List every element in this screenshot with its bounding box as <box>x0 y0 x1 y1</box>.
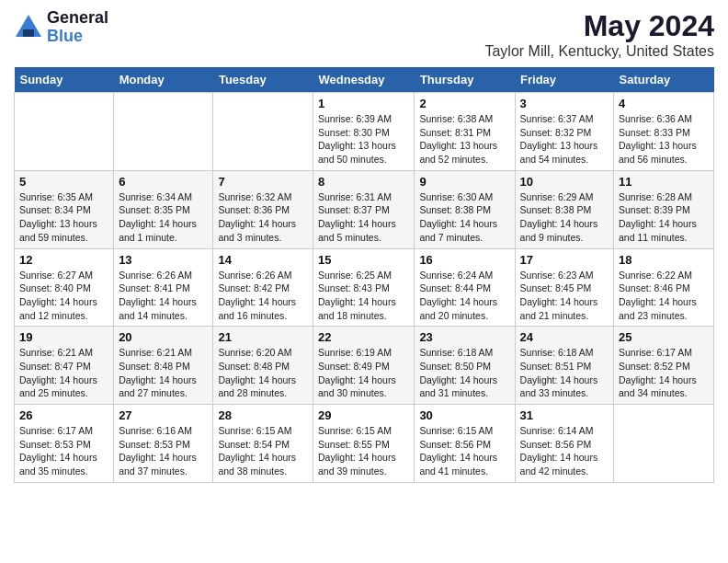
day-number: 26 <box>19 408 108 422</box>
day-info: Sunrise: 6:15 AMSunset: 8:54 PMDaylight:… <box>218 424 308 478</box>
calendar-cell-w3-d2: 13Sunrise: 6:26 AMSunset: 8:41 PMDayligh… <box>114 248 213 327</box>
day-info: Sunrise: 6:29 AMSunset: 8:38 PMDaylight:… <box>520 190 609 245</box>
day-info: Sunrise: 6:23 AMSunset: 8:45 PMDaylight:… <box>520 269 609 323</box>
calendar-cell-w2-d4: 8Sunrise: 6:31 AMSunset: 8:37 PMDaylight… <box>313 170 415 248</box>
day-number: 30 <box>419 408 509 422</box>
calendar-cell-w4-d6: 24Sunrise: 6:18 AMSunset: 8:51 PMDayligh… <box>515 327 613 405</box>
day-number: 23 <box>419 330 509 344</box>
day-info: Sunrise: 6:30 AMSunset: 8:38 PMDaylight:… <box>419 190 509 245</box>
day-number: 18 <box>619 253 709 267</box>
day-info: Sunrise: 6:39 AMSunset: 8:30 PMDaylight:… <box>318 112 409 167</box>
title-block: May 2024 Taylor Mill, Kentucky, United S… <box>484 9 714 60</box>
day-number: 7 <box>218 175 308 189</box>
day-number: 4 <box>619 97 709 110</box>
day-number: 22 <box>318 330 409 344</box>
day-number: 31 <box>520 408 609 422</box>
day-info: Sunrise: 6:26 AMSunset: 8:42 PMDaylight:… <box>218 269 308 323</box>
day-info: Sunrise: 6:35 AMSunset: 8:34 PMDaylight:… <box>19 190 108 245</box>
week-row-5: 26Sunrise: 6:17 AMSunset: 8:53 PMDayligh… <box>15 405 714 483</box>
day-number: 24 <box>520 330 609 344</box>
day-number: 16 <box>419 253 509 267</box>
col-tuesday: Tuesday <box>213 67 313 93</box>
logo: General Blue <box>14 9 108 46</box>
day-number: 6 <box>119 175 208 189</box>
main-title: May 2024 <box>484 9 714 43</box>
calendar-cell-w1-d6: 3Sunrise: 6:37 AMSunset: 8:32 PMDaylight… <box>515 93 613 171</box>
calendar-cell-w3-d4: 15Sunrise: 6:25 AMSunset: 8:43 PMDayligh… <box>313 248 415 327</box>
calendar-cell-w5-d7 <box>614 405 714 483</box>
calendar-cell-w1-d5: 2Sunrise: 6:38 AMSunset: 8:31 PMDaylight… <box>415 93 515 171</box>
calendar-cell-w2-d7: 11Sunrise: 6:28 AMSunset: 8:39 PMDayligh… <box>614 170 714 248</box>
col-saturday: Saturday <box>614 67 714 93</box>
day-number: 13 <box>119 253 208 267</box>
day-number: 27 <box>119 408 208 422</box>
day-info: Sunrise: 6:14 AMSunset: 8:56 PMDaylight:… <box>520 424 609 478</box>
day-number: 29 <box>318 408 409 422</box>
calendar-table: Sunday Monday Tuesday Wednesday Thursday… <box>14 67 714 483</box>
day-number: 10 <box>520 175 609 189</box>
week-row-4: 19Sunrise: 6:21 AMSunset: 8:47 PMDayligh… <box>15 327 714 405</box>
svg-rect-1 <box>23 29 34 37</box>
calendar-cell-w4-d2: 20Sunrise: 6:21 AMSunset: 8:48 PMDayligh… <box>114 327 213 405</box>
week-row-1: 1Sunrise: 6:39 AMSunset: 8:30 PMDaylight… <box>15 93 714 171</box>
day-number: 3 <box>520 97 609 110</box>
calendar-cell-w3-d7: 18Sunrise: 6:22 AMSunset: 8:46 PMDayligh… <box>614 248 714 327</box>
col-wednesday: Wednesday <box>313 67 415 93</box>
calendar-cell-w3-d6: 17Sunrise: 6:23 AMSunset: 8:45 PMDayligh… <box>515 248 613 327</box>
day-number: 2 <box>419 97 509 110</box>
calendar-cell-w4-d5: 23Sunrise: 6:18 AMSunset: 8:50 PMDayligh… <box>415 327 515 405</box>
calendar-cell-w3-d5: 16Sunrise: 6:24 AMSunset: 8:44 PMDayligh… <box>415 248 515 327</box>
day-info: Sunrise: 6:18 AMSunset: 8:50 PMDaylight:… <box>419 346 509 400</box>
day-info: Sunrise: 6:28 AMSunset: 8:39 PMDaylight:… <box>619 190 709 245</box>
day-number: 5 <box>19 175 108 189</box>
day-number: 1 <box>318 97 409 110</box>
header-row: Sunday Monday Tuesday Wednesday Thursday… <box>15 67 714 93</box>
calendar-cell-w1-d2 <box>114 93 213 171</box>
calendar-cell-w4-d3: 21Sunrise: 6:20 AMSunset: 8:48 PMDayligh… <box>213 327 313 405</box>
day-number: 11 <box>619 175 709 189</box>
day-info: Sunrise: 6:36 AMSunset: 8:33 PMDaylight:… <box>619 112 709 167</box>
calendar-cell-w2-d6: 10Sunrise: 6:29 AMSunset: 8:38 PMDayligh… <box>515 170 613 248</box>
day-info: Sunrise: 6:19 AMSunset: 8:49 PMDaylight:… <box>318 346 409 400</box>
day-info: Sunrise: 6:21 AMSunset: 8:48 PMDaylight:… <box>119 346 208 400</box>
week-row-3: 12Sunrise: 6:27 AMSunset: 8:40 PMDayligh… <box>15 248 714 327</box>
calendar-cell-w3-d3: 14Sunrise: 6:26 AMSunset: 8:42 PMDayligh… <box>213 248 313 327</box>
day-info: Sunrise: 6:34 AMSunset: 8:35 PMDaylight:… <box>119 190 208 245</box>
day-info: Sunrise: 6:15 AMSunset: 8:56 PMDaylight:… <box>419 424 509 478</box>
day-info: Sunrise: 6:18 AMSunset: 8:51 PMDaylight:… <box>520 346 609 400</box>
day-info: Sunrise: 6:38 AMSunset: 8:31 PMDaylight:… <box>419 112 509 167</box>
calendar-cell-w5-d6: 31Sunrise: 6:14 AMSunset: 8:56 PMDayligh… <box>515 405 613 483</box>
day-info: Sunrise: 6:32 AMSunset: 8:36 PMDaylight:… <box>218 190 308 245</box>
calendar-cell-w4-d7: 25Sunrise: 6:17 AMSunset: 8:52 PMDayligh… <box>614 327 714 405</box>
calendar-cell-w1-d3 <box>213 93 313 171</box>
day-number: 15 <box>318 253 409 267</box>
calendar-cell-w5-d1: 26Sunrise: 6:17 AMSunset: 8:53 PMDayligh… <box>15 405 114 483</box>
col-monday: Monday <box>114 67 213 93</box>
calendar-cell-w1-d1 <box>15 93 114 171</box>
calendar-cell-w5-d3: 28Sunrise: 6:15 AMSunset: 8:54 PMDayligh… <box>213 405 313 483</box>
day-number: 20 <box>119 330 208 344</box>
day-info: Sunrise: 6:24 AMSunset: 8:44 PMDaylight:… <box>419 269 509 323</box>
calendar-cell-w1-d7: 4Sunrise: 6:36 AMSunset: 8:33 PMDaylight… <box>614 93 714 171</box>
day-number: 28 <box>218 408 308 422</box>
col-friday: Friday <box>515 67 613 93</box>
day-info: Sunrise: 6:17 AMSunset: 8:53 PMDaylight:… <box>19 424 108 478</box>
day-number: 9 <box>419 175 509 189</box>
calendar-cell-w5-d4: 29Sunrise: 6:15 AMSunset: 8:55 PMDayligh… <box>313 405 415 483</box>
col-thursday: Thursday <box>415 67 515 93</box>
logo-text: General Blue <box>47 9 108 46</box>
day-info: Sunrise: 6:25 AMSunset: 8:43 PMDaylight:… <box>318 269 409 323</box>
logo-icon <box>14 13 43 42</box>
day-number: 12 <box>19 253 108 267</box>
calendar-cell-w5-d2: 27Sunrise: 6:16 AMSunset: 8:53 PMDayligh… <box>114 405 213 483</box>
calendar-cell-w3-d1: 12Sunrise: 6:27 AMSunset: 8:40 PMDayligh… <box>15 248 114 327</box>
day-number: 21 <box>218 330 308 344</box>
calendar-cell-w2-d1: 5Sunrise: 6:35 AMSunset: 8:34 PMDaylight… <box>15 170 114 248</box>
day-info: Sunrise: 6:26 AMSunset: 8:41 PMDaylight:… <box>119 269 208 323</box>
day-info: Sunrise: 6:37 AMSunset: 8:32 PMDaylight:… <box>520 112 609 167</box>
day-info: Sunrise: 6:27 AMSunset: 8:40 PMDaylight:… <box>19 269 108 323</box>
day-number: 19 <box>19 330 108 344</box>
day-info: Sunrise: 6:16 AMSunset: 8:53 PMDaylight:… <box>119 424 208 478</box>
calendar-cell-w4-d4: 22Sunrise: 6:19 AMSunset: 8:49 PMDayligh… <box>313 327 415 405</box>
day-info: Sunrise: 6:15 AMSunset: 8:55 PMDaylight:… <box>318 424 409 478</box>
